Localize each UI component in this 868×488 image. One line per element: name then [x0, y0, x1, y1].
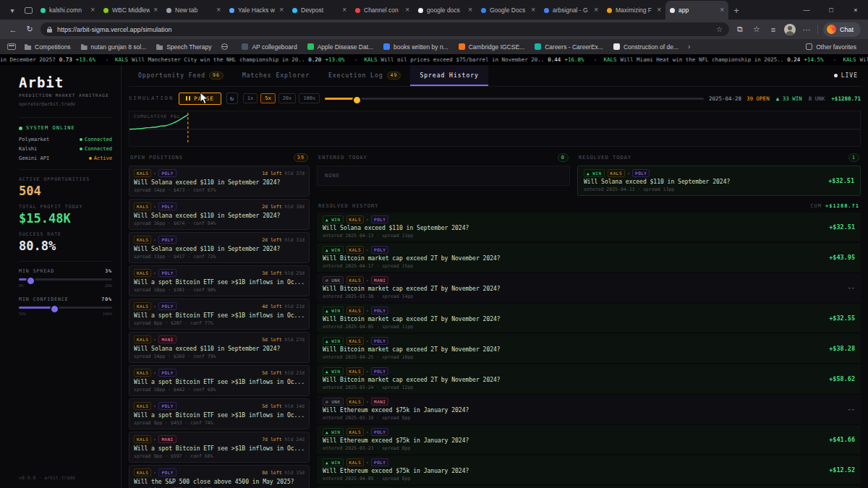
tab-close-icon[interactable]: ×	[153, 7, 158, 14]
position-card[interactable]: KALS POLY 2d left hld 38d Will Solana ex…	[129, 199, 310, 230]
tab-close-icon[interactable]: ×	[657, 7, 661, 14]
tab-close-icon[interactable]: ×	[405, 7, 409, 14]
other-favorites-button[interactable]: Other favorites	[801, 41, 861, 53]
browser-tab[interactable]: WBC Middlew ×	[99, 1, 162, 20]
resolved-today-card[interactable]: ▲ WIN KALS POLY Will Solana exceed $110 …	[577, 166, 861, 196]
slider-fill-thumb[interactable]	[19, 307, 56, 309]
bookmark-item[interactable]: Careers - CareerEx...	[530, 41, 608, 53]
speed-button[interactable]: 100x	[299, 93, 320, 103]
collections-icon[interactable]	[7, 43, 16, 50]
bookmark-label: Cambridge IGCSE...	[469, 43, 524, 51]
browser-tab[interactable]: Channel con ×	[351, 1, 414, 20]
chat-button[interactable]: Chat	[823, 22, 861, 37]
history-row[interactable]: ▲ WIN KALS POLY Will Ethereum exceed $75…	[317, 425, 861, 454]
bookmark-item[interactable]: Competitions	[20, 41, 75, 53]
bookmark-item[interactable]: Construction of de...	[609, 41, 683, 53]
profile-avatar[interactable]	[784, 24, 796, 35]
back-icon[interactable]: ←	[7, 25, 19, 34]
bookmark-star-icon[interactable]: ☆	[716, 25, 723, 33]
browser-tab[interactable]: app ×	[665, 1, 728, 20]
position-card[interactable]: KALS POLY 1d left hld 37d Will Solana ex…	[129, 166, 310, 197]
pause-button[interactable]: PAUSE	[179, 93, 221, 105]
resolved-pnl: +$32.51	[821, 177, 854, 184]
tab-close-icon[interactable]: ×	[468, 7, 472, 14]
position-card[interactable]: KALS MANI 7d left hld 24d Will a spot Bi…	[129, 432, 310, 463]
bookmark-icon	[156, 43, 163, 50]
refresh-icon[interactable]: ↻	[24, 25, 35, 34]
browser-tab[interactable]: Devpost ×	[288, 1, 351, 20]
position-card[interactable]: KALS MANI 5d left hld 27d Will Solana ex…	[129, 332, 310, 363]
bookmarks-overflow-icon[interactable]: ›	[684, 43, 694, 51]
close-button[interactable]: ×	[843, 0, 868, 20]
history-row[interactable]: ▲ WIN KALS POLY Will Solana exceed $110 …	[317, 213, 861, 241]
history-row[interactable]: ▲ WIN KALS POLY Will Bitcoin market cap …	[317, 304, 861, 333]
speed-button[interactable]: 5x	[260, 93, 275, 103]
time-left: 5d left	[262, 337, 281, 343]
tab-search-button[interactable]: ▾	[4, 1, 20, 19]
speed-button[interactable]: 1x	[243, 93, 258, 103]
workspace-button[interactable]	[20, 1, 36, 19]
browser-tab[interactable]: New tab ×	[162, 1, 225, 20]
source-exchange-badge: KALS	[346, 215, 364, 223]
browser-tab[interactable]: Yale Hacks w ×	[225, 1, 288, 20]
reset-button[interactable]: ↻	[226, 93, 238, 104]
position-card[interactable]: KALS POLY 3d left hld 25d Will a spot Bi…	[129, 265, 310, 296]
browser-tab[interactable]: arbsignal - G ×	[540, 1, 603, 20]
history-row[interactable]: ∅ UNK KALS MANI Will Ethereum exceed $75…	[317, 395, 861, 424]
new-tab-button[interactable]: +	[728, 1, 744, 19]
tab-close-icon[interactable]: ×	[531, 7, 535, 14]
nav-tab[interactable]: Spread History	[410, 65, 488, 86]
bookmark-item[interactable]	[217, 41, 236, 53]
history-row[interactable]: ▲ WIN KALS POLY Will Bitcoin market cap …	[317, 334, 861, 363]
minimize-button[interactable]: —	[794, 0, 819, 20]
position-meta: spread 13pp · $417 · conf 72%	[134, 254, 305, 260]
slider-label: MIN SPREAD	[19, 268, 54, 274]
position-card[interactable]: KALS POLY 5d left hld 21d Will a spot Bi…	[129, 365, 310, 396]
bookmark-item[interactable]: Cambridge IGCSE...	[454, 41, 529, 53]
cumulative-pnl-chart: CUMULATIVE P&L	[129, 111, 861, 147]
stat-value: 80.8%	[19, 239, 112, 253]
favorites-icon[interactable]: ☆	[751, 25, 762, 34]
browser-tab[interactable]: kalshi.comn ×	[36, 1, 99, 20]
bookmark-item[interactable]: Speech Therapy	[152, 41, 216, 53]
browser-tab[interactable]: Google Docs ×	[477, 1, 540, 20]
url-field[interactable]: https://arbit-sigma.vercel.app/simulatio…	[41, 22, 729, 36]
bookmark-item[interactable]: nutan gunjan 8 sol...	[77, 41, 151, 53]
maximize-button[interactable]: □	[819, 0, 843, 20]
connection-state: Connected	[80, 146, 112, 152]
site-info-lock-icon[interactable]	[47, 29, 52, 33]
tab-close-icon[interactable]: ×	[342, 7, 346, 14]
tab-close-icon[interactable]: ×	[279, 7, 284, 14]
position-card[interactable]: KALS POLY 5d left hld 14d Will a spot Bi…	[129, 398, 310, 429]
nav-tab[interactable]: Execution Log 49	[319, 65, 410, 86]
slider-fill-thumb[interactable]	[19, 278, 33, 281]
bookmark-item[interactable]: Apple Disease Dat...	[303, 41, 378, 53]
browser-tab[interactable]: Maximizing F ×	[603, 1, 665, 20]
position-card[interactable]: KALS POLY 2d left hld 31d Will Solana ex…	[129, 232, 310, 263]
speed-button[interactable]: 20x	[278, 93, 297, 103]
split-screen-icon[interactable]: ⧉	[734, 25, 746, 34]
tab-close-icon[interactable]: ×	[594, 7, 598, 14]
tab-close-icon[interactable]: ×	[216, 7, 221, 14]
more-options-icon[interactable]: ···	[801, 25, 812, 34]
collections-panel-icon[interactable]: ≡	[767, 25, 779, 34]
slider-track[interactable]	[19, 307, 112, 309]
position-card[interactable]: KALS POLY 8d left hld 15d Will the S&P 5…	[129, 465, 310, 488]
position-card[interactable]: KALS POLY 4d left hld 21d Will a spot Bi…	[129, 299, 310, 330]
history-row[interactable]: ▲ WIN KALS POLY Will Bitcoin market cap …	[317, 364, 861, 393]
tab-close-icon[interactable]: ×	[720, 7, 724, 14]
tab-close-icon[interactable]: ×	[90, 7, 95, 14]
history-row[interactable]: ▲ WIN KALS POLY Will Ethereum exceed $75…	[317, 455, 861, 484]
bookmark-item[interactable]: books written by n...	[379, 41, 453, 53]
slider-track[interactable]	[19, 278, 112, 281]
history-row[interactable]: ▲ WIN KALS POLY Will Bitcoin market cap …	[317, 243, 861, 272]
browser-tab[interactable]: google docs ×	[414, 1, 477, 20]
simulation-progress-slider[interactable]	[325, 98, 704, 100]
simulation-progress-fill[interactable]	[325, 98, 359, 100]
nav-tab[interactable]: Opportunity Feed 96	[129, 65, 233, 86]
nav-tab[interactable]: Matches Explorer	[233, 65, 319, 86]
history-row[interactable]: ∅ UNK KALS MANI Will Bitcoin market cap …	[317, 273, 861, 302]
history-title: Will Bitcoin market cap exceed 2T by Nov…	[323, 255, 822, 262]
history-meta: entered 2025-03-24 · spread 12pp	[323, 385, 822, 390]
bookmark-item[interactable]: AP collegeboard	[237, 41, 301, 53]
